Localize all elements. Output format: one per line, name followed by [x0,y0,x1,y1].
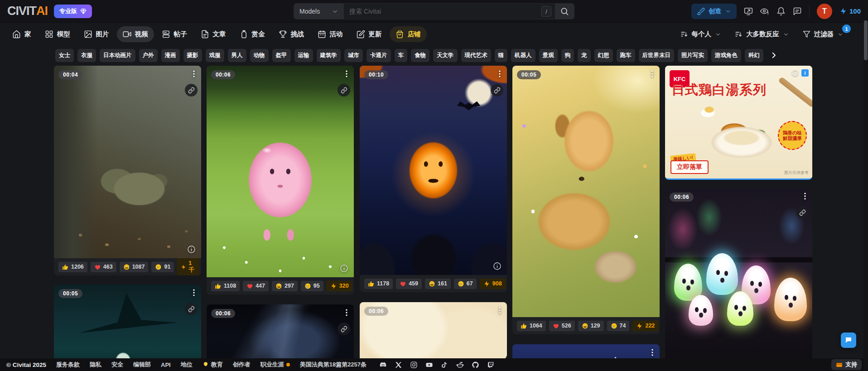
nav-item-articles[interactable]: 文章 [195,26,232,42]
video-card-pink-creature[interactable]: 00:06 1108 447 297 95 320 [207,66,354,294]
card-menu-button[interactable] [495,306,504,315]
buzz-tip-stat[interactable]: 908 [480,279,506,289]
page-scrollbar[interactable] [863,0,868,371]
tag-chip[interactable]: 龙 [578,49,591,62]
card-link-button[interactable] [338,323,350,335]
video-thumbnail[interactable]: 00:06 [665,188,812,360]
card-link-button[interactable] [491,84,503,96]
nav-item-videos[interactable]: 视频 [117,26,154,42]
tag-chip[interactable]: 游戏角色 [711,49,741,62]
video-thumbnail[interactable]: 00:04 [54,66,201,258]
user-avatar[interactable]: T [817,4,832,19]
footer-link[interactable]: 隐私 [90,361,101,369]
like-stat[interactable]: 1064 [517,321,546,331]
nav-item-shop[interactable]: 店铺 [390,26,427,42]
video-card-forest[interactable]: 00:04 1206 463 1087 91 1千 [54,66,201,275]
tag-chip[interactable]: 男人 [228,49,246,62]
tiktok-link[interactable] [441,361,448,369]
card-menu-button[interactable] [189,69,198,78]
ad-cta-button[interactable]: 立即落單 [670,160,709,174]
cry-stat[interactable]: 74 [607,321,630,331]
like-stat[interactable]: 1206 [58,262,87,272]
twitch-link[interactable] [487,361,495,369]
info-icon[interactable] [340,264,348,273]
buzz-balance-button[interactable]: 100 [839,7,861,15]
card-link-button[interactable] [185,84,198,96]
search-category-select[interactable]: Models [294,4,344,19]
filters-dropdown[interactable]: 过滤器 1 [803,30,844,39]
nav-item-posts[interactable]: 帖子 [156,26,193,42]
create-button[interactable]: 创造 [691,4,737,19]
tag-chip[interactable]: 动物 [250,49,269,62]
browsing-level-button[interactable] [760,7,769,16]
ad-choice-badge[interactable]: i [801,69,809,77]
video-card-ghosts[interactable]: 00:06 [665,188,812,360]
support-button[interactable]: 支持 [831,359,862,370]
buzz-tip-stat[interactable]: 222 [632,321,658,331]
nav-item-challenges[interactable]: 挑战 [273,26,310,42]
like-stat[interactable]: 1178 [364,279,393,289]
nav-item-bounties[interactable]: 赏金 [234,26,271,42]
reddit-link[interactable] [456,361,464,369]
card-menu-button[interactable] [648,69,657,78]
ad-info-icon[interactable] [791,69,799,77]
tag-chip[interactable]: 摄影 [183,49,202,62]
audience-filter-dropdown[interactable]: 每个人 [680,30,722,39]
card-menu-button[interactable] [189,288,198,297]
tag-chip[interactable]: 日本动画片 [100,49,135,62]
cry-stat[interactable]: 91 [151,262,174,272]
tag-chip[interactable]: 狗 [561,49,574,62]
video-thumbnail[interactable]: 00:05 [512,66,660,317]
messages-button[interactable] [793,7,802,16]
footer-link[interactable]: 服务条款 [56,361,80,369]
ad-card-kfc[interactable]: KFC 日式鶏白湯系列 美味しい! 醤燒鶏扒 鶏香の味 鮮甜濃厚 立即落單 图片… [665,66,812,180]
card-menu-button[interactable] [342,308,351,317]
instagram-link[interactable] [410,361,418,369]
buzz-tip-stat[interactable]: 320 [327,281,352,291]
footer-link[interactable]: 教育 [203,361,223,369]
laugh-stat[interactable]: 1087 [120,262,149,272]
tag-chip[interactable]: 户外 [139,49,158,62]
tag-chip[interactable]: 机器人 [511,49,535,62]
card-menu-button[interactable] [342,69,351,78]
notifications-button[interactable] [776,7,786,16]
video-card-halloween-pumpkin[interactable]: 00:10 1178 459 161 67 908 [360,66,507,292]
tag-chip[interactable]: 女士 [55,49,74,62]
footer-link[interactable]: 地位 [181,361,193,369]
tag-chip[interactable]: 跑车 [617,49,635,62]
search-input[interactable] [344,4,541,19]
tag-chip[interactable]: 盔甲 [272,49,291,62]
tag-chip[interactable]: 车 [395,49,408,62]
nav-item-models[interactable]: 模型 [39,26,76,42]
card-menu-button[interactable] [800,192,810,201]
tag-chip[interactable]: 食物 [411,49,429,62]
card-menu-button[interactable] [495,69,504,78]
nav-item-updates[interactable]: 更新 [351,26,388,42]
card-link-button[interactable] [338,84,350,96]
youtube-link[interactable] [425,361,433,369]
laugh-stat[interactable]: 129 [578,321,604,331]
tag-chip[interactable]: 现代艺术 [461,49,491,62]
video-card-puppy-kitten[interactable]: 00:05 1064 526 129 74 222 [512,66,660,334]
sort-filter-dropdown[interactable]: 大多数反应 [735,30,789,39]
tag-chip[interactable]: 衣服 [77,49,96,62]
tag-chip[interactable]: 戏服 [206,49,224,62]
laugh-stat[interactable]: 161 [425,279,451,289]
tag-chip[interactable]: 天文学 [433,49,458,62]
tags-scroll-right-button[interactable] [770,51,778,59]
x-link[interactable] [395,361,402,369]
screencast-button[interactable] [744,7,753,16]
cry-stat[interactable]: 95 [301,281,323,291]
tag-chip[interactable]: 运输 [294,49,313,62]
heart-stat[interactable]: 459 [396,279,422,289]
footer-link[interactable]: 编辑部 [133,361,151,369]
like-stat[interactable]: 1108 [211,281,240,291]
tag-chip[interactable]: 景观 [539,49,558,62]
tag-chip[interactable]: 猫 [495,49,508,62]
laugh-stat[interactable]: 297 [272,281,298,291]
card-menu-button[interactable] [648,348,657,357]
nav-item-home[interactable]: 家 [6,26,37,42]
discord-link[interactable] [379,361,387,369]
footer-link[interactable]: 职业生涯 [260,361,290,369]
cry-stat[interactable]: 67 [454,279,477,289]
